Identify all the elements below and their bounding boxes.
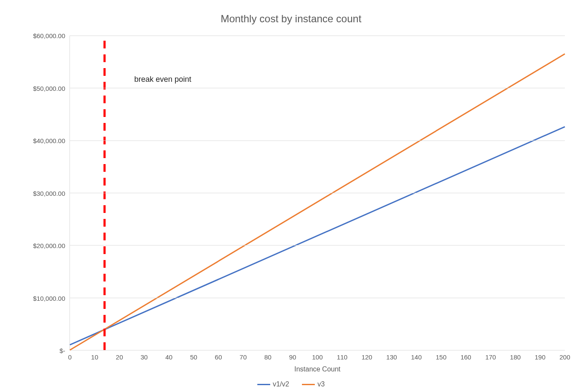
x-tick-label: 50 <box>190 353 197 361</box>
x-tick-label: 150 <box>436 353 446 361</box>
y-tick-label: $30,000.00 <box>33 189 65 197</box>
x-tick-label: 90 <box>289 353 296 361</box>
legend-item: v1/v2 <box>257 380 289 388</box>
plot-outer: $- $10,000.00 $20,000.00 $30,000.00 $40,… <box>17 36 565 350</box>
x-tick-label: 140 <box>411 353 422 361</box>
x-tick-label: 20 <box>116 353 123 361</box>
y-axis: $- $10,000.00 $20,000.00 $30,000.00 $40,… <box>17 36 69 350</box>
y-tick-label: $20,000.00 <box>33 242 65 249</box>
x-axis-title: Instance Count <box>294 365 341 373</box>
x-tick-label: 60 <box>215 353 222 361</box>
x-tick-label: 30 <box>141 353 148 361</box>
legend-label: v1/v2 <box>273 380 289 388</box>
gridline-h <box>70 193 565 193</box>
x-tick-label: 70 <box>240 353 247 361</box>
gridline-h <box>70 141 565 141</box>
gridline-h <box>70 88 565 88</box>
legend-label: v3 <box>317 380 325 388</box>
x-axis: Instance Count 0102030405060708090100110… <box>70 350 565 371</box>
legend-item: v3 <box>302 380 325 388</box>
x-tick-label: 110 <box>337 353 347 361</box>
y-tick-label: $10,000.00 <box>33 294 65 302</box>
chart-title: Monthly cost by instance count <box>17 13 565 25</box>
y-tick-label: $40,000.00 <box>33 137 65 144</box>
plot-area: Instance Count 0102030405060708090100110… <box>69 36 565 350</box>
gridline-h <box>70 36 565 36</box>
x-tick-label: 80 <box>264 353 271 361</box>
x-tick-label: 160 <box>461 353 471 361</box>
x-tick-label: 0 <box>68 353 72 361</box>
x-tick-label: 120 <box>362 353 372 361</box>
annotation-break-even: break even point <box>134 75 191 84</box>
x-tick-label: 40 <box>165 353 172 361</box>
legend-swatch <box>302 384 315 385</box>
x-tick-label: 130 <box>386 353 397 361</box>
y-tick-label: $50,000.00 <box>33 84 65 92</box>
x-tick-label: 190 <box>535 353 546 361</box>
series-line-v3 <box>70 54 565 350</box>
chart-container: Monthly cost by instance count $- $10,00… <box>0 0 582 392</box>
series-line-v1-v2 <box>70 127 565 345</box>
x-tick-label: 180 <box>510 353 521 361</box>
x-tick-label: 200 <box>559 353 570 361</box>
x-tick-label: 170 <box>485 353 496 361</box>
x-tick-label: 100 <box>312 353 323 361</box>
x-tick-label: 10 <box>91 353 98 361</box>
gridline-h <box>70 298 565 298</box>
legend-swatch <box>257 384 270 385</box>
y-tick-label: $60,000.00 <box>33 32 65 39</box>
y-tick-label: $- <box>60 347 65 354</box>
legend: v1/v2v3 <box>17 380 565 388</box>
gridline-h <box>70 245 565 245</box>
